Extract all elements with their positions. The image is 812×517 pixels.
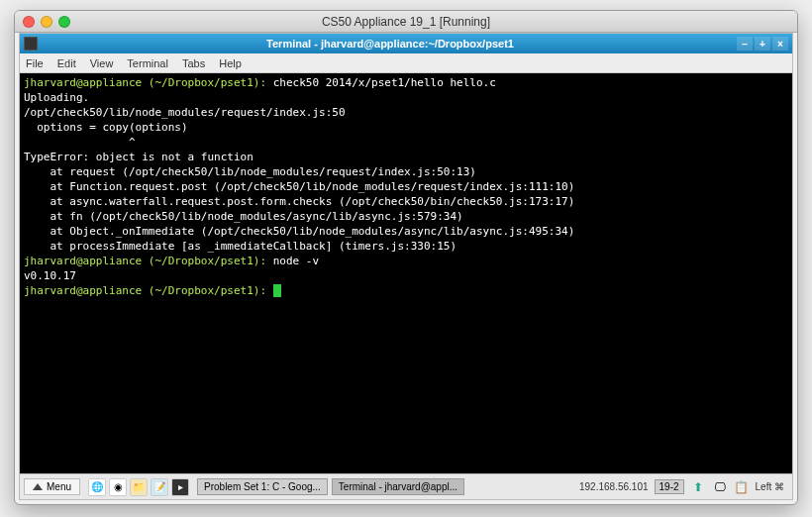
- mac-window-title: CS50 Appliance 19_1 [Running]: [15, 15, 797, 29]
- minimize-icon[interactable]: [41, 16, 52, 28]
- close-icon[interactable]: [23, 16, 35, 28]
- chrome-icon[interactable]: ◉: [109, 478, 127, 496]
- window-close-button[interactable]: ×: [772, 37, 788, 51]
- menu-terminal[interactable]: Terminal: [127, 57, 168, 69]
- files-icon[interactable]: 📁: [130, 478, 148, 496]
- menu-edit[interactable]: Edit: [57, 57, 76, 69]
- menu-label: Menu: [47, 481, 71, 492]
- guest-desktop: Terminal - jharvard@appliance:~/Dropbox/…: [19, 33, 793, 500]
- menu-view[interactable]: View: [90, 57, 114, 69]
- clipboard-icon[interactable]: 📋: [734, 479, 750, 495]
- menu-arrow-icon: [33, 483, 43, 490]
- task-browser[interactable]: Problem Set 1: C - Goog...: [197, 478, 328, 495]
- menu-help[interactable]: Help: [219, 57, 242, 69]
- workspace-indicator[interactable]: 19-2: [655, 479, 684, 494]
- display-icon[interactable]: 🖵: [712, 479, 728, 495]
- system-tray: 192.168.56.101 19-2 ⬆ 🖵 📋 Left ⌘: [579, 479, 788, 495]
- network-icon[interactable]: ⬆: [690, 479, 706, 495]
- quick-launch: 🌐 ◉ 📁 📝 ▸: [84, 478, 193, 496]
- window-maximize-button[interactable]: +: [755, 37, 770, 51]
- terminal-menubar: File Edit View Terminal Tabs Help: [20, 53, 792, 73]
- keyboard-indicator: Left ⌘: [756, 481, 784, 492]
- terminal-output[interactable]: jharvard@appliance (~/Dropbox/pset1): ch…: [20, 73, 792, 473]
- traffic-lights: [23, 16, 70, 28]
- menu-tabs[interactable]: Tabs: [182, 57, 205, 69]
- terminal-launcher-icon[interactable]: ▸: [171, 478, 189, 496]
- window-minimize-button[interactable]: –: [737, 37, 753, 51]
- task-terminal[interactable]: Terminal - jharvard@appl...: [332, 478, 464, 495]
- mac-titlebar: CS50 Appliance 19_1 [Running]: [15, 11, 797, 33]
- ip-address: 192.168.56.101: [579, 481, 649, 492]
- terminal-app-icon: [24, 37, 38, 51]
- menu-file[interactable]: File: [26, 57, 44, 69]
- terminal-title: Terminal - jharvard@appliance:~/Dropbox/…: [44, 38, 737, 50]
- applications-menu-button[interactable]: Menu: [24, 478, 80, 495]
- taskbar: Menu 🌐 ◉ 📁 📝 ▸ Problem Set 1: C - Goog..…: [20, 473, 792, 499]
- browser-icon[interactable]: 🌐: [88, 478, 106, 496]
- zoom-icon[interactable]: [58, 16, 70, 28]
- terminal-titlebar[interactable]: Terminal - jharvard@appliance:~/Dropbox/…: [20, 34, 792, 53]
- editor-icon[interactable]: 📝: [151, 478, 168, 496]
- vm-host-window: CS50 Appliance 19_1 [Running] Terminal -…: [14, 10, 798, 505]
